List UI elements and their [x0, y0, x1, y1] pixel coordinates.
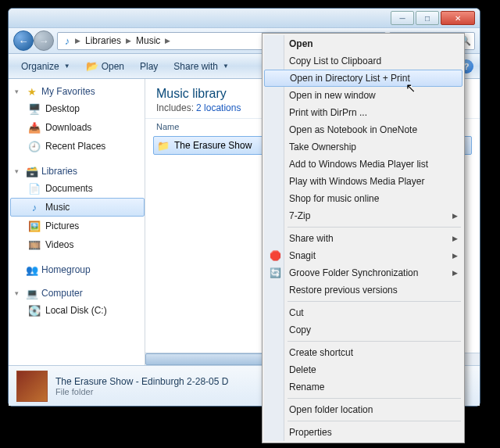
menu-item-label: Print with DirPrn ...: [289, 107, 367, 118]
menu-item[interactable]: Add to Windows Media Player list: [264, 156, 462, 173]
titlebar: ─ □ ✕: [9, 9, 480, 27]
folder-thumbnail: [16, 371, 48, 402]
menu-item[interactable]: Properties: [264, 424, 462, 441]
menu-item[interactable]: Open: [264, 35, 462, 52]
menu-item[interactable]: Rename: [264, 378, 462, 396]
close-button[interactable]: ✕: [441, 11, 475, 25]
menu-item[interactable]: Open folder location: [264, 401, 462, 418]
chevron-right-icon: ▶: [452, 252, 458, 260]
menu-item[interactable]: Shop for music online: [264, 190, 462, 207]
breadcrumb-libraries[interactable]: Libraries: [82, 34, 124, 48]
menu-item-label: Groove Folder Synchronization: [289, 267, 418, 278]
breadcrumb-music[interactable]: Music: [133, 34, 163, 48]
maximize-button[interactable]: □: [416, 11, 439, 25]
menu-item[interactable]: Open in Directory List + Print: [264, 70, 462, 87]
pictures-icon: 🖼️: [28, 220, 41, 232]
menu-item[interactable]: Open in new window: [264, 87, 462, 104]
homegroup-header[interactable]: 👥Homegroup: [10, 262, 145, 278]
locations-link[interactable]: 2 locations: [196, 102, 241, 113]
menu-item[interactable]: 7-Zip▶: [264, 207, 462, 224]
menu-item-label: Take Ownership: [289, 142, 356, 152]
share-with-button[interactable]: Share with▼: [167, 58, 235, 75]
menu-item-label: Shop for music online: [289, 193, 379, 204]
chevron-right-icon: ▶: [452, 235, 458, 242]
includes-label: Includes:: [156, 102, 194, 113]
organize-button[interactable]: Organize▼: [15, 58, 77, 75]
menu-item[interactable]: Restore previous versions: [264, 281, 462, 299]
sidebar-item-recent[interactable]: 🕘Recent Places: [10, 137, 145, 156]
details-type: File folder: [55, 387, 228, 396]
desktop-icon: 🖥️: [28, 102, 41, 115]
menu-separator: [288, 341, 461, 342]
menu-item-label: Rename: [289, 382, 324, 392]
computer-header[interactable]: ▾💻Computer: [10, 285, 145, 301]
menu-item[interactable]: 🛑Snagit▶: [264, 247, 462, 264]
menu-separator: [288, 227, 461, 228]
menu-item-label: Restore previous versions: [289, 285, 398, 296]
menu-item[interactable]: Share with▶: [264, 230, 462, 247]
chevron-right-icon: ▶: [165, 37, 170, 45]
back-button[interactable]: ←: [13, 30, 34, 51]
favorites-header[interactable]: ▾★My Favorites: [10, 84, 145, 99]
disk-icon: 💽: [28, 304, 41, 317]
file-name: The Erasure Show: [174, 140, 252, 151]
menu-item-label: Copy List to Clipboard: [289, 56, 381, 66]
nav-sidebar: ▾★My Favorites 🖥️Desktop 📥Downloads 🕘Rec…: [9, 79, 145, 365]
nav-buttons: ← →: [13, 30, 54, 51]
menu-item-label: Open as Notebook in OneNote: [289, 124, 417, 135]
menu-item-label: 7-Zip: [289, 210, 310, 221]
computer-icon: 💻: [26, 287, 38, 299]
star-icon: ★: [26, 85, 38, 98]
chevron-down-icon: ▾: [15, 167, 23, 175]
menu-item-label: Open in new window: [289, 90, 376, 101]
chevron-right-icon: ▶: [452, 212, 458, 220]
chevron-right-icon: ▶: [75, 37, 80, 45]
open-button[interactable]: 📂Open: [80, 57, 130, 76]
menu-item[interactable]: Take Ownership: [264, 138, 462, 156]
recent-icon: 🕘: [28, 140, 41, 152]
menu-item[interactable]: Open as Notebook in OneNote: [264, 121, 462, 138]
menu-item[interactable]: Delete: [264, 361, 462, 378]
menu-item[interactable]: Play with Windows Media Player: [264, 173, 462, 190]
menu-item[interactable]: Copy List to Clipboard: [264, 52, 462, 70]
chevron-right-icon: ▶: [452, 269, 458, 277]
menu-item[interactable]: Print with DirPrn ...: [264, 104, 462, 121]
play-button[interactable]: Play: [134, 58, 164, 75]
menu-item[interactable]: Copy: [264, 321, 462, 339]
folder-open-icon: 📂: [86, 60, 98, 73]
menu-separator: [288, 301, 461, 302]
libraries-header[interactable]: ▾🗃️Libraries: [10, 163, 145, 179]
libraries-group: ▾🗃️Libraries 📄Documents ♪Music 🖼️Picture…: [10, 163, 145, 254]
menu-item[interactable]: 🔄Groove Folder Synchronization▶: [264, 264, 462, 281]
chevron-down-icon: ▾: [15, 289, 23, 297]
details-title: The Erasure Show - Edinburgh 2-28-05 D: [55, 376, 228, 387]
videos-icon: 🎞️: [28, 238, 41, 251]
forward-button[interactable]: →: [34, 30, 54, 51]
sidebar-item-videos[interactable]: 🎞️Videos: [10, 235, 145, 254]
homegroup-group: 👥Homegroup: [10, 262, 145, 278]
sidebar-item-downloads[interactable]: 📥Downloads: [10, 118, 145, 137]
sidebar-item-local-disk[interactable]: 💽Local Disk (C:): [10, 301, 145, 320]
sidebar-item-documents[interactable]: 📄Documents: [10, 179, 145, 198]
music-icon: ♪: [61, 34, 73, 47]
favorites-group: ▾★My Favorites 🖥️Desktop 📥Downloads 🕘Rec…: [10, 84, 145, 156]
sidebar-item-pictures[interactable]: 🖼️Pictures: [10, 217, 145, 235]
menu-item-label: Add to Windows Media Player list: [289, 159, 428, 170]
music-icon: ♪: [28, 201, 41, 213]
sidebar-item-desktop[interactable]: 🖥️Desktop: [10, 99, 145, 118]
homegroup-icon: 👥: [26, 263, 38, 276]
minimize-button[interactable]: ─: [391, 11, 414, 25]
menu-item-label: Open folder location: [289, 404, 373, 415]
chevron-down-icon: ▼: [223, 63, 229, 70]
sidebar-item-music[interactable]: ♪Music: [10, 198, 145, 217]
chevron-right-icon: ▶: [126, 37, 131, 45]
context-menu: OpenCopy List to ClipboardOpen in Direct…: [262, 33, 465, 443]
computer-group: ▾💻Computer 💽Local Disk (C:): [10, 285, 145, 320]
menu-item-label: Snagit: [289, 250, 316, 261]
menu-item[interactable]: Cut: [264, 304, 462, 321]
libraries-icon: 🗃️: [26, 165, 38, 177]
menu-item-label: Play with Windows Media Player: [289, 176, 424, 187]
menu-item-label: Properties: [289, 427, 332, 438]
snagit-icon: 🛑: [269, 249, 281, 262]
menu-item[interactable]: Create shortcut: [264, 344, 462, 361]
